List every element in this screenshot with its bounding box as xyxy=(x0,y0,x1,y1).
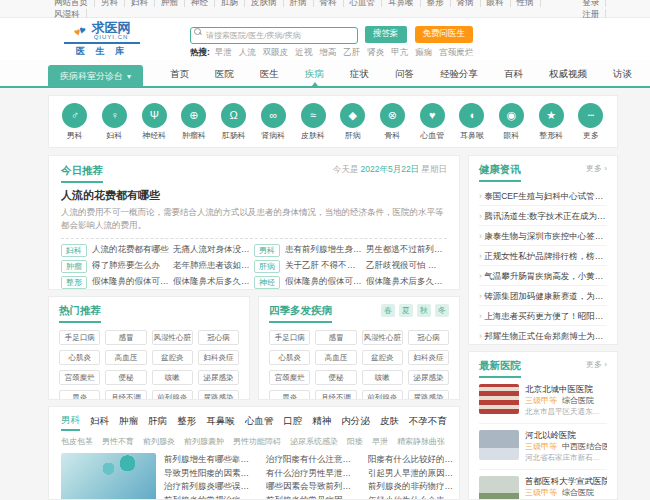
nav-item-disease[interactable]: 疾病 xyxy=(292,60,337,86)
category-tag[interactable]: 神经 xyxy=(254,276,280,289)
disease-button[interactable]: 风湿性心脏 xyxy=(362,330,403,345)
disease-button[interactable]: 胃炎 xyxy=(59,390,100,400)
hot-search-term[interactable]: 人流 xyxy=(239,47,256,59)
department-photo[interactable] xyxy=(61,453,156,500)
article-link[interactable]: 年轻小伙为什么会患上前... xyxy=(368,494,460,500)
hospital-item[interactable]: 北京北城中医医院 三级甲等综合医院 北京市昌平区天通东苑三... xyxy=(479,378,607,424)
health-news-title[interactable]: 健康资讯 xyxy=(479,163,521,182)
disease-button[interactable]: 高血压 xyxy=(105,350,146,365)
news-item[interactable]: 气温攀升肠胃疾病高发，小黄盒... xyxy=(479,266,607,286)
article-link[interactable]: 假体隆鼻术后多久可... xyxy=(366,276,443,288)
hot-search-term[interactable]: 双眼皮 xyxy=(263,47,289,59)
disease-button[interactable]: 月经不调 xyxy=(315,390,356,400)
article-link[interactable]: 人流的花费都有哪些 xyxy=(92,244,169,256)
topbar-link[interactable]: 整形 xyxy=(421,0,451,7)
department-tab[interactable]: 皮肤 xyxy=(380,415,399,430)
news-item[interactable]: 铸源集团加码健康新赛道，为大... xyxy=(479,286,607,306)
hot-search-term[interactable]: 甲亢 xyxy=(391,47,408,59)
category-tag[interactable]: 妇科 xyxy=(61,244,87,257)
department-tab[interactable]: 妇科 xyxy=(90,415,109,430)
dept-gynecology[interactable]: ♀妇科 xyxy=(96,103,134,141)
disease-button[interactable]: 手足口病 xyxy=(269,330,310,345)
auth-link[interactable]: 注册 xyxy=(576,9,606,19)
disease-button[interactable]: 宫颈糜烂 xyxy=(59,370,100,385)
department-tab[interactable]: 口腔 xyxy=(283,415,302,430)
disease-button[interactable]: 前列腺炎 xyxy=(152,390,193,400)
article-link[interactable]: 前列腺炎的常规治疗方案... xyxy=(164,494,256,500)
nav-item-qa[interactable]: 问答 xyxy=(382,60,427,86)
disease-button[interactable]: 前列腺炎 xyxy=(362,390,403,400)
nav-item-doctor[interactable]: 医生 xyxy=(247,60,292,86)
department-tab[interactable]: 不孕不育 xyxy=(409,415,447,430)
disease-button[interactable]: 尿路感染 xyxy=(408,390,449,400)
hot-recommend-title[interactable]: 热门推荐 xyxy=(59,304,101,323)
free-ask-doctor-button[interactable]: 免费问医生 xyxy=(415,26,474,43)
dept-neurology[interactable]: Ψ神经科 xyxy=(135,103,173,141)
category-tag[interactable]: 男科 xyxy=(254,244,280,257)
disease-button[interactable]: 妇科炎症 xyxy=(408,350,449,365)
department-tab[interactable]: 耳鼻喉 xyxy=(206,415,235,430)
disease-button[interactable]: 高血压 xyxy=(315,350,356,365)
site-logo[interactable]: ♥♥ 求医网 QIUYI.CN 医 生 库 xyxy=(64,21,140,58)
disease-button[interactable]: 盆腔炎 xyxy=(362,350,403,365)
department-tab[interactable]: 内分泌 xyxy=(341,415,370,430)
hospitals-more-link[interactable]: 更多 › xyxy=(586,359,607,370)
search-input[interactable] xyxy=(190,27,358,44)
dept-more[interactable]: •••更多 xyxy=(572,103,610,141)
seasonal-title[interactable]: 四季多发疾病 xyxy=(269,304,332,323)
article-link[interactable]: 前列腺增生有哪些靠谱的... xyxy=(164,453,256,467)
auth-link[interactable]: 登录 xyxy=(576,0,606,7)
subtag-link[interactable]: 男性不育 xyxy=(102,436,134,447)
article-link[interactable]: 哪些因素会导致前列腺炎... xyxy=(266,480,358,494)
disease-button[interactable]: 风湿性心脏 xyxy=(152,330,193,345)
dept-ophthalmology[interactable]: ◉眼科 xyxy=(493,103,531,141)
dept-cardiology[interactable]: ♥心血管 xyxy=(413,103,451,141)
news-item[interactable]: 康泰生物与深圳市疾控中心签订... xyxy=(479,226,607,246)
hot-search-term[interactable]: 增高 xyxy=(319,47,336,59)
news-item[interactable]: 泰国CEF生殖与妇科中心试管套... xyxy=(479,186,607,206)
article-link[interactable]: 假体隆鼻的假体可以... xyxy=(285,276,362,288)
topbar-link[interactable]: 妇科 xyxy=(125,0,155,7)
subtag-link[interactable]: 包皮包茎 xyxy=(61,436,93,447)
disease-button[interactable]: 便秘 xyxy=(315,370,356,385)
dept-orthopedics[interactable]: ⊗骨科 xyxy=(373,103,411,141)
article-link[interactable]: 老年肺癌患者该如何... xyxy=(173,260,250,272)
subtag-link[interactable]: 精索静脉曲张 xyxy=(397,436,445,447)
subtag-link[interactable]: 早泄 xyxy=(372,436,388,447)
subtag-link[interactable]: 前列腺囊肿 xyxy=(184,436,224,447)
disease-button[interactable]: 咳嗽 xyxy=(152,370,193,385)
disease-button[interactable]: 便秘 xyxy=(105,370,146,385)
hot-search-term[interactable]: 近视 xyxy=(295,47,312,59)
topbar-link[interactable]: 肛肠 xyxy=(215,0,245,7)
disease-button[interactable]: 感冒 xyxy=(315,330,356,345)
disease-button[interactable]: 妇科炎症 xyxy=(198,350,239,365)
article-link[interactable]: 治疗阳痿有什么注意事项 xyxy=(266,453,358,467)
topbar-link[interactable]: 风湿科 xyxy=(48,9,87,19)
nav-item-symptom[interactable]: 症状 xyxy=(337,60,382,86)
dept-oncology[interactable]: ⊕肿瘤科 xyxy=(175,103,213,141)
topbar-link[interactable]: 神经 xyxy=(185,0,215,7)
topbar-link[interactable]: 网站首页 xyxy=(48,0,95,7)
disease-button[interactable]: 泌尿感染 xyxy=(198,370,239,385)
disease-button[interactable]: 感冒 xyxy=(105,330,146,345)
dept-hepatology[interactable]: ◆肝病 xyxy=(334,103,372,141)
dept-ent[interactable]: ◖耳鼻喉 xyxy=(453,103,491,141)
disease-button[interactable]: 尿路感染 xyxy=(198,390,239,400)
disease-button[interactable]: 胃炎 xyxy=(269,390,310,400)
article-link[interactable]: 治疗前列腺炎哪些误区要... xyxy=(164,480,256,494)
disease-button[interactable]: 手足口病 xyxy=(59,330,100,345)
topbar-link[interactable]: 性病 xyxy=(511,0,541,7)
nav-item-home[interactable]: 首页 xyxy=(157,60,202,86)
topbar-link[interactable]: 皮肤病 xyxy=(245,0,284,7)
hospital-item[interactable]: 首都医科大学宣武医院 三级甲等综合医院 北京市宣武区长椿街45号 xyxy=(479,470,607,500)
season-tab[interactable]: 春 xyxy=(381,304,395,317)
subtag-link[interactable]: 男性功能障碍 xyxy=(233,436,281,447)
disease-button[interactable]: 盆腔炎 xyxy=(152,350,193,365)
news-more-link[interactable]: 更多 › xyxy=(586,163,607,174)
hospital-item[interactable]: 河北以岭医院 三级甲等中西医结合医院 河北省石家庄市新石北路... xyxy=(479,424,607,470)
category-tag[interactable]: 肿瘤 xyxy=(61,260,87,273)
nav-item-hospital[interactable]: 医院 xyxy=(202,60,247,86)
today-recommend-title[interactable]: 今日推荐 xyxy=(61,164,103,183)
disease-button[interactable]: 心肌炎 xyxy=(59,350,100,365)
topbar-link[interactable]: 肝病 xyxy=(284,0,314,7)
